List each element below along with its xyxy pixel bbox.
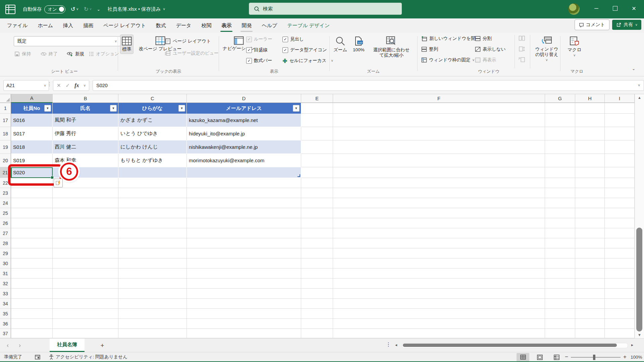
ribbon-tab[interactable]: 開発 (236, 19, 257, 33)
cell[interactable] (575, 299, 605, 309)
cell[interactable] (187, 258, 301, 268)
new-window-button[interactable]: 新しいウィンドウを開く (421, 36, 480, 42)
formula-input[interactable]: S020 (93, 80, 644, 91)
cell[interactable] (605, 268, 635, 279)
cell[interactable] (301, 248, 333, 258)
cell[interactable] (118, 188, 187, 198)
cell[interactable] (575, 103, 605, 114)
freeze-panes-button[interactable]: ウィンドウ枠の固定 ˅ (421, 57, 474, 63)
cell[interactable] (333, 178, 545, 188)
cell[interactable] (333, 279, 545, 289)
cell[interactable] (333, 114, 545, 127)
cell[interactable] (53, 268, 118, 279)
cell[interactable] (11, 289, 53, 299)
cell[interactable] (575, 167, 605, 178)
cell[interactable] (53, 299, 118, 309)
filter-dropdown-icon[interactable]: ▼ (293, 105, 300, 112)
ribbon-tab[interactable]: ファイル (2, 19, 33, 33)
row-header[interactable]: 17 (0, 114, 11, 127)
zoom-in-button[interactable]: + (623, 352, 627, 362)
cell[interactable] (545, 248, 575, 258)
cell[interactable] (187, 279, 301, 289)
cell[interactable] (187, 228, 301, 238)
row-header[interactable]: 25 (0, 208, 11, 218)
cell[interactable] (53, 309, 118, 319)
cell[interactable] (118, 309, 187, 319)
cell[interactable] (333, 167, 545, 178)
cell[interactable] (605, 309, 635, 319)
cell[interactable] (545, 198, 575, 208)
cell[interactable] (605, 198, 635, 208)
page-layout-status-button[interactable] (533, 353, 546, 361)
column-header[interactable]: E (301, 94, 333, 103)
cell[interactable] (301, 228, 333, 238)
avatar[interactable] (568, 3, 580, 15)
scroll-left-icon[interactable]: ◂ (395, 343, 397, 347)
macros-button[interactable]: マクロ˅ (566, 35, 583, 60)
normal-view-button[interactable]: 標準 (120, 35, 133, 54)
cell[interactable] (333, 228, 545, 238)
cell[interactable] (187, 188, 301, 198)
undo-icon[interactable]: ↺ (71, 6, 75, 13)
cell[interactable] (187, 167, 301, 178)
column-header[interactable]: B (53, 94, 118, 103)
cell[interactable] (301, 208, 333, 218)
row-header[interactable]: 29 (0, 248, 11, 258)
zoom-slider-thumb[interactable] (593, 355, 595, 360)
cell[interactable] (118, 167, 187, 178)
cell[interactable]: にしかわ けんじ (118, 140, 187, 154)
cell[interactable] (187, 329, 301, 338)
cell[interactable] (301, 238, 333, 248)
table-resize-handle[interactable] (298, 174, 300, 177)
cell[interactable] (605, 289, 635, 299)
cell[interactable] (187, 268, 301, 279)
vertical-scrollbar[interactable]: ▲ ▼ (635, 94, 644, 338)
document-title[interactable]: 社員名簿.xlsx • 保存済み˅ (108, 6, 165, 12)
cell[interactable] (545, 238, 575, 248)
cell[interactable] (575, 178, 605, 188)
cell[interactable] (11, 228, 53, 238)
zoom-slider[interactable] (571, 357, 621, 358)
cell[interactable] (301, 319, 333, 329)
cell[interactable] (545, 228, 575, 238)
cell[interactable] (605, 178, 635, 188)
cell[interactable] (575, 228, 605, 238)
cell[interactable] (333, 299, 545, 309)
cell[interactable] (53, 218, 118, 228)
cell[interactable] (545, 140, 575, 154)
cell[interactable] (545, 299, 575, 309)
cell[interactable] (53, 208, 118, 218)
cell[interactable] (545, 279, 575, 289)
cell[interactable] (11, 268, 53, 279)
cell[interactable] (605, 114, 635, 127)
cell[interactable] (301, 329, 333, 338)
cell[interactable]: morimotokazuyuki@example.com (187, 154, 301, 167)
ribbon-tab[interactable]: テーブル デザイン (282, 19, 335, 33)
cell[interactable] (605, 258, 635, 268)
column-header[interactable]: D (187, 94, 301, 103)
cell[interactable] (11, 319, 53, 329)
prev-sheet-icon[interactable]: ‹ (7, 339, 9, 352)
row-header[interactable]: 28 (0, 238, 11, 248)
gridlines-checkbox[interactable]: ✓目盛線 (246, 47, 268, 53)
cell[interactable] (118, 258, 187, 268)
cell[interactable] (333, 140, 545, 154)
filter-dropdown-icon[interactable]: ▼ (178, 105, 185, 112)
cell[interactable] (301, 299, 333, 309)
cell[interactable] (333, 154, 545, 167)
excel-logo-icon[interactable] (5, 5, 15, 14)
cell[interactable] (301, 178, 333, 188)
focus-cell-button[interactable]: セルにフォーカス ˅ (282, 58, 333, 64)
cell[interactable] (53, 228, 118, 238)
cell[interactable] (575, 258, 605, 268)
cell[interactable] (301, 127, 333, 140)
cell[interactable] (11, 279, 53, 289)
cell[interactable] (53, 248, 118, 258)
row-header[interactable]: 24 (0, 198, 11, 208)
ribbon-tab[interactable]: ヘルプ (257, 19, 282, 33)
accessibility-status[interactable]: アクセシビリティ: 問題ありません (49, 352, 127, 362)
cell[interactable] (11, 218, 53, 228)
cell[interactable] (187, 248, 301, 258)
cell[interactable] (545, 103, 575, 114)
cell[interactable] (605, 319, 635, 329)
